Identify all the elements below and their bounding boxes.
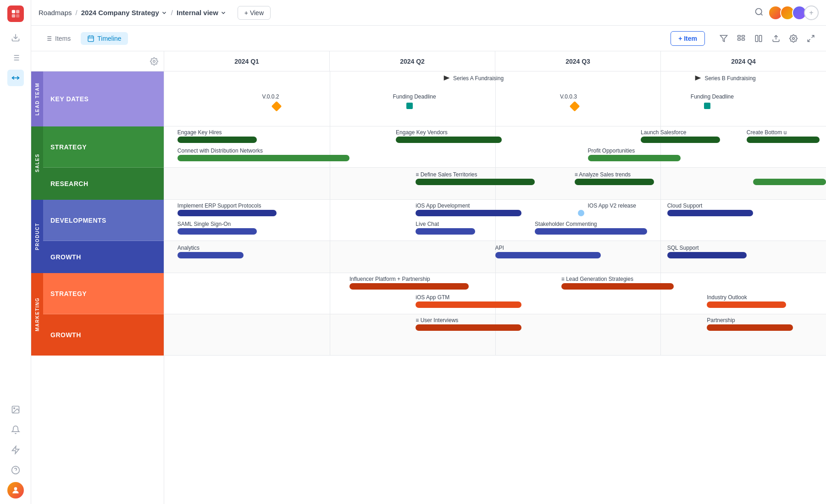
settings-icon[interactable] [786,31,801,46]
milestone-v003: V.0.0.3 [571,103,578,110]
q1-header: 2024 Q1 [164,51,330,71]
sidebar-item-download[interactable] [7,29,24,46]
svg-line-19 [761,13,763,15]
q3-header: 2024 Q3 [495,51,661,71]
group-product: PRODUCT DEVELOPMENTS GROWTH [31,200,164,273]
svg-point-13 [13,408,14,409]
avatar-add-button[interactable]: + [804,5,819,20]
left-header-spacer [31,51,164,71]
gantt-inner: 2024 Q1 2024 Q2 2024 Q3 2024 Q4 [164,51,826,356]
filter-icon[interactable] [716,31,732,46]
marketing-strategy-label: STRATEGY [43,273,164,314]
bar-define-sales-territories [416,179,535,185]
sidebar-item-lightning[interactable] [7,442,24,458]
svg-marker-14 [12,446,19,454]
gantt-row-product-growth: Analytics API SQL Support [164,241,826,273]
breadcrumb-view[interactable]: Internal view [177,9,227,16]
bar-sales-research-3 [753,179,826,185]
svg-point-17 [14,487,17,490]
svg-marker-30 [721,35,727,42]
bar-industry-outlook [707,301,786,308]
tab-items-label: Items [55,35,71,42]
quarter-headers: 2024 Q1 2024 Q2 2024 Q3 2024 Q4 [164,51,826,71]
breadcrumb-project[interactable]: 2024 Company Strategy [81,9,167,16]
milestone-funding-deadline-1: Funding Deadline [406,103,413,109]
user-avatar[interactable] [7,482,24,499]
product-rows: DEVELOPMENTS GROWTH [43,200,164,273]
svg-rect-33 [738,38,741,40]
add-view-button[interactable]: + View [238,6,271,20]
milestone-ios-v2 [578,210,584,216]
tab-timeline[interactable]: Timeline [81,32,128,45]
product-developments-label: DEVELOPMENTS [43,200,164,241]
group-label-lead-team: LEAD TEAM [31,71,43,126]
layout-icon[interactable] [751,31,766,46]
svg-rect-26 [88,36,94,41]
q2-header: 2024 Q2 [330,51,495,71]
group-sales: SALES STRATEGY RESEARCH [31,126,164,200]
svg-rect-3 [16,14,19,17]
bar-stakeholder-commenting [535,228,647,235]
svg-rect-1 [16,10,19,13]
svg-point-38 [793,37,795,39]
breadcrumb-sep2: / [171,9,173,16]
milestone-v002: V.0.0.2 [273,103,280,110]
sidebar-item-image[interactable] [7,401,24,418]
export-icon[interactable] [768,31,784,46]
bar-engage-key-vendors [396,137,502,143]
milestone-series-a: Series A Fundraising [442,74,452,86]
svg-line-40 [808,39,810,41]
group-lead-team: LEAD TEAM KEY DATES [31,71,164,126]
topbar-right: + [754,5,819,20]
bar-create-bottom [747,137,820,143]
content-area: LEAD TEAM KEY DATES SALES STRATEGY [31,51,826,504]
sidebar-item-bell[interactable] [7,422,24,438]
milestone-funding-deadline-2: Funding Deadline [704,103,710,109]
sidebar-item-list[interactable] [7,49,24,66]
sales-strategy-label: STRATEGY [43,126,164,168]
marketing-rows: STRATEGY GROWTH [43,273,164,356]
lead-rows: KEY DATES [43,71,164,126]
svg-rect-2 [11,14,15,17]
svg-point-18 [756,8,762,14]
svg-line-39 [812,35,814,38]
bar-influencer-platform [349,283,469,290]
toolbar: Items Timeline + Item [31,26,826,51]
breadcrumb-root[interactable]: Roadmaps [39,9,72,16]
breadcrumb: Roadmaps / 2024 Company Strategy / Inter… [39,9,227,16]
tab-timeline-label: Timeline [97,35,121,42]
avatar-stack: + [768,5,819,20]
sales-research-label: RESEARCH [43,168,164,200]
bar-saml [177,228,257,235]
milestone-series-b: Series B Fundraising [693,74,704,86]
lead-key-dates-label: KEY DATES [43,71,164,126]
app-logo[interactable] [7,5,24,22]
sales-rows: STRATEGY RESEARCH [43,126,164,200]
bar-ios-app-dev [416,210,521,216]
bar-sql-support [667,252,747,258]
product-growth-label: GROWTH [43,241,164,273]
svg-rect-31 [738,35,741,37]
tab-items[interactable]: Items [39,32,77,45]
svg-rect-0 [11,10,15,13]
add-item-button[interactable]: + Item [671,31,705,46]
group-label-product: PRODUCT [31,200,43,273]
gantt-row-sales-research: ≡ Define Sales Territories ≡ Analyze Sal… [164,168,826,200]
svg-rect-34 [742,38,745,40]
bar-lead-generation [561,283,674,290]
sidebar-item-roadmap[interactable] [7,70,24,86]
bar-engage-key-hires [177,137,257,143]
group-label-sales: SALES [31,126,43,200]
svg-rect-35 [755,35,758,42]
search-icon[interactable] [754,7,764,18]
bar-user-interviews [416,324,521,331]
gantt-row-marketing-strategy: Influencer Platform + Partnership ≡ Lead… [164,273,826,314]
breadcrumb-sep1: / [76,9,78,16]
left-panel: LEAD TEAM KEY DATES SALES STRATEGY [31,51,164,504]
sidebar-item-help[interactable] [7,462,24,478]
bar-profit-opportunities [588,155,681,161]
group-icon[interactable] [733,31,749,46]
fullscreen-icon[interactable] [803,31,819,46]
toolbar-icons [716,31,819,46]
main-content: Roadmaps / 2024 Company Strategy / Inter… [31,0,826,504]
